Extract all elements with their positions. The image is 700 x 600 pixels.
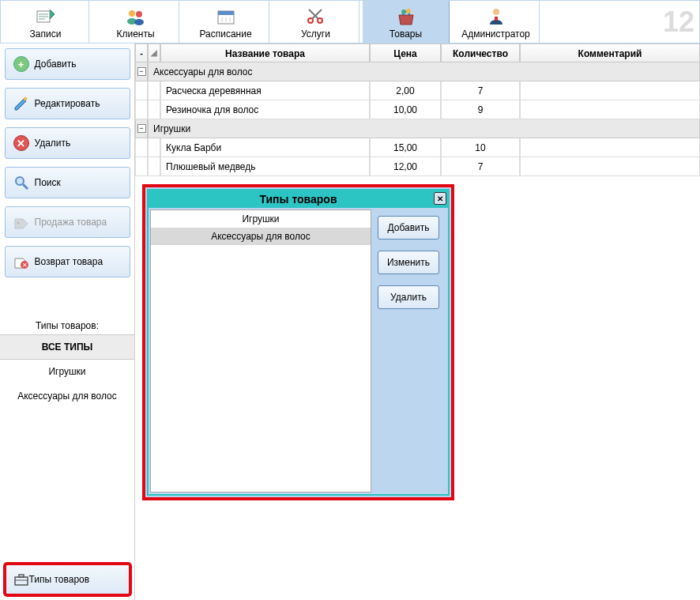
sidebar: + Добавить Редактировать ✕ Удалить Поиск [0, 43, 135, 600]
toolbar-label: Администратор [461, 28, 530, 40]
svg-line-20 [23, 184, 28, 189]
sale-icon [13, 213, 30, 231]
svg-point-21 [17, 222, 19, 225]
goods-icon [395, 7, 417, 26]
delete-button[interactable]: ✕ Удалить [5, 127, 130, 159]
search-label: Поиск [35, 177, 61, 188]
search-button[interactable]: Поиск [5, 167, 130, 198]
main-toolbar: Записи Клиенты Расписание Услуги Товары … [0, 0, 700, 43]
type-item-all[interactable]: ВСЕ ТИПЫ [0, 334, 134, 360]
sale-label: Продажа товара [35, 217, 107, 228]
col-comment[interactable]: Комментарий [520, 43, 700, 62]
group-row[interactable]: − Игрушки [135, 119, 700, 138]
cell-name: Расческа деревянная [160, 81, 370, 100]
toolbar-administrator-button[interactable]: Администратор [453, 1, 540, 43]
svg-point-2 [136, 11, 142, 17]
type-item-accessories[interactable]: Аксессуары для волос [0, 384, 134, 409]
people-icon [125, 7, 147, 26]
edit-label: Редактировать [35, 98, 100, 109]
svg-rect-17 [495, 17, 498, 21]
page-number: 12 [663, 6, 694, 39]
svg-point-15 [406, 9, 411, 13]
modal-delete-button[interactable]: Удалить [378, 285, 439, 309]
toolbar-label: Записи [30, 28, 62, 40]
cell-price: 2,00 [370, 81, 441, 100]
plus-icon: + [13, 55, 30, 73]
modal-add-button[interactable]: Добавить [378, 216, 439, 240]
types-modal: Типы товаров ✕ Игрушки Аксессуары для во… [142, 184, 454, 500]
table-row[interactable]: Резиночка для волос 10,00 9 [135, 100, 700, 119]
cell-comment [520, 138, 700, 157]
admin-icon [485, 7, 507, 26]
toolbar-raspisanie-button[interactable]: Расписание [183, 1, 269, 43]
group-row[interactable]: − Аксессуары для волос [135, 62, 700, 81]
types-catalog-label: Типы товаров [29, 574, 90, 585]
table-row[interactable]: Расческа деревянная 2,00 7 [135, 81, 700, 100]
cell-comment [520, 157, 700, 176]
scissors-icon [305, 7, 327, 26]
toolbar-uslugi-button[interactable]: Услуги [273, 1, 359, 43]
svg-text:✕: ✕ [21, 262, 27, 269]
toolbar-spacer: 12 [541, 1, 699, 43]
group-label: Игрушки [148, 119, 700, 138]
return-label: Возврат товара [35, 256, 103, 267]
cell-name: Резиночка для волос [160, 100, 370, 119]
expand-toggle[interactable]: − [135, 119, 148, 138]
cell-qty: 9 [441, 100, 520, 119]
search-icon [13, 174, 30, 191]
svg-rect-6 [218, 11, 234, 15]
table-row[interactable]: Кукла Барби 15,00 10 [135, 138, 700, 157]
table-row[interactable]: Плюшевый медведь 12,00 7 [135, 157, 700, 176]
return-icon: ✕ [13, 253, 30, 270]
briefcase-icon [13, 572, 29, 587]
cell-price: 15,00 [370, 138, 441, 157]
cell-price: 10,00 [370, 100, 441, 119]
edit-button[interactable]: Редактировать [5, 88, 130, 119]
svg-point-19 [16, 177, 24, 185]
type-item-toys[interactable]: Игрушки [0, 360, 134, 384]
modal-list: Игрушки Аксессуары для волос [150, 209, 371, 492]
expand-header[interactable]: - [135, 43, 148, 62]
delete-icon: ✕ [13, 134, 30, 152]
cell-name: Плюшевый медведь [160, 157, 370, 176]
col-price[interactable]: Цена [370, 43, 441, 62]
delete-label: Удалить [35, 138, 71, 149]
modal-edit-button[interactable]: Изменить [378, 251, 439, 274]
cell-comment [520, 81, 700, 100]
types-catalog-button[interactable]: Типы товаров [5, 564, 130, 595]
expand-toggle[interactable]: − [135, 62, 148, 81]
toolbar-label: Клиенты [116, 28, 154, 40]
pencil-icon [13, 95, 30, 112]
list-item[interactable]: Игрушки [151, 210, 371, 228]
cell-qty: 7 [441, 157, 520, 176]
svg-point-4 [134, 19, 144, 25]
add-label: Добавить [35, 58, 77, 70]
toolbar-label: Услуги [301, 28, 330, 40]
cell-price: 12,00 [370, 157, 441, 176]
modal-title: Типы товаров [259, 193, 337, 206]
close-icon[interactable]: ✕ [434, 192, 446, 205]
toolbar-klienty-button[interactable]: Клиенты [92, 1, 179, 43]
add-button[interactable]: + Добавить [5, 48, 130, 80]
toolbar-tovary-button[interactable]: Товары [363, 1, 450, 43]
goods-grid: - ◢ Название товара Цена Количество Комм… [135, 43, 700, 176]
col-qty[interactable]: Количество [441, 43, 520, 62]
list-item[interactable]: Аксессуары для волос [151, 228, 371, 245]
notes-icon [35, 7, 57, 26]
grid-header: - ◢ Название товара Цена Количество Комм… [135, 43, 700, 62]
toolbar-label: Расписание [199, 28, 251, 40]
cell-name: Кукла Барби [160, 138, 370, 157]
cell-qty: 7 [441, 81, 520, 100]
svg-point-16 [493, 9, 499, 15]
cell-comment [520, 100, 700, 119]
return-button[interactable]: ✕ Возврат товара [5, 246, 130, 277]
sale-button[interactable]: Продажа товара [5, 206, 130, 238]
group-label: Аксессуары для волос [148, 62, 700, 81]
toolbar-zapisi-button[interactable]: Записи [2, 1, 89, 43]
toolbar-label: Товары [390, 28, 422, 40]
cell-qty: 10 [441, 138, 520, 157]
row-indicator-header: ◢ [148, 43, 160, 62]
calendar-icon [215, 7, 237, 26]
svg-point-1 [129, 10, 135, 17]
col-name[interactable]: Название товара [160, 43, 370, 62]
